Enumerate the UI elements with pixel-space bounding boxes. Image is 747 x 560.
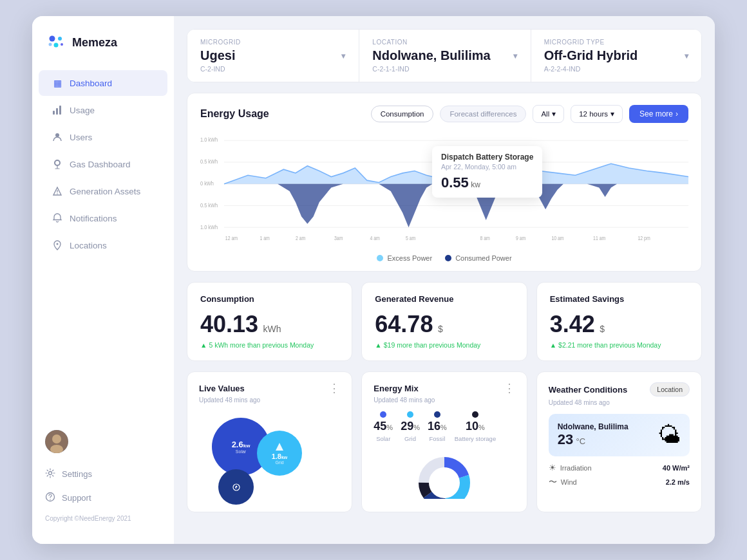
svg-text:2 am: 2 am (296, 236, 305, 242)
weather-header: Weather Conditions Location (549, 382, 690, 397)
sidebar-item-notifications[interactable]: Notifications (39, 205, 167, 231)
microgrid-sub: C-2-IND (200, 65, 345, 73)
fossil-lbl: Fossil (429, 435, 445, 442)
sidebar-bottom: Settings Support Copyright ©NeedEnergy 2… (32, 424, 174, 528)
circle-solar-label: Solar (236, 449, 246, 454)
bottom-row: Live Values ⋮ Updated 48 mins ago 2.6kw … (187, 371, 702, 512)
svg-rect-5 (53, 111, 55, 115)
tab-forecast[interactable]: Forecast differences (440, 106, 526, 122)
wind-row: 〜 Wind 2.2 m/s (549, 476, 690, 488)
circle-solar-value: 2.6kw (232, 440, 251, 449)
sidebar-item-dashboard[interactable]: ▦ Dashboard (39, 70, 167, 96)
energy-mix-header: Energy Mix ⋮ (374, 382, 515, 394)
location-badge-btn[interactable]: Location (650, 382, 690, 397)
sidebar-item-users[interactable]: Users (39, 124, 167, 150)
irradiation-icon: ☀ (549, 463, 556, 472)
fossil-dot (434, 411, 440, 418)
svg-point-1 (58, 37, 62, 41)
svg-text:0.5 kWh: 0.5 kWh (200, 159, 218, 165)
live-values-updated: Updated 48 mins ago (199, 397, 340, 404)
weather-stats: ☀ Irradiation 40 W/m² 〜 Wind 2.2 m/s (549, 463, 690, 488)
solar-dot (380, 411, 386, 418)
svg-text:8 am: 8 am (480, 236, 489, 242)
sidebar-item-label: Gas Dashboard (70, 160, 131, 169)
mix-grid: 29% Grid (401, 411, 420, 442)
weather-temp-area: 23 °C (558, 431, 629, 448)
temp-unit: °C (576, 436, 586, 446)
users-icon (52, 131, 63, 143)
sidebar-item-usage[interactable]: Usage (39, 97, 167, 123)
sidebar-item-label: Generation Assets (70, 187, 140, 196)
sidebar: Memeza ▦ Dashboard Usage Users (32, 16, 174, 544)
revenue-label: Generated Revenue (375, 294, 513, 304)
location-label: Location (372, 39, 516, 46)
circle-grid: 1.8kw Grid (257, 431, 302, 476)
locations-icon (52, 239, 63, 251)
energy-mix-title: Energy Mix (374, 384, 503, 393)
grid-pct: 29 (401, 420, 413, 433)
svg-text:0.5 kWh: 0.5 kWh (200, 202, 218, 209)
type-dropdown[interactable]: ▾ (685, 51, 688, 61)
weather-info: Ndolwane, Bulilima 23 °C (558, 422, 629, 448)
type-value: Off-Grid Hybrid ▾ (544, 48, 688, 63)
sidebar-item-label: Users (70, 133, 92, 142)
sidebar-item-locations[interactable]: Locations (39, 232, 167, 258)
logo-area: Memeza (32, 32, 174, 69)
sidebar-item-gas-dashboard[interactable]: Gas Dashboard (39, 151, 167, 177)
svg-text:4 am: 4 am (370, 236, 379, 242)
location-dropdown[interactable]: ▾ (513, 51, 517, 61)
irradiation-row: ☀ Irradiation 40 W/m² (549, 463, 690, 472)
weather-sun-icon: 🌤 (657, 422, 681, 449)
live-values-card: Live Values ⋮ Updated 48 mins ago 2.6kw … (187, 371, 352, 512)
solar-pct-area: 45% (374, 420, 393, 433)
consumed-dot (445, 255, 451, 261)
legend-consumed: Consumed Power (445, 254, 511, 262)
svg-point-14 (52, 434, 61, 443)
energy-chart: 1.0 kWh 0.5 kWh 0 kWh 0.5 kWh 1.0 kWh (200, 133, 688, 249)
svg-point-11 (57, 193, 58, 194)
revenue-value: 64.78 (375, 311, 433, 337)
svg-text:0 kWh: 0 kWh (200, 180, 214, 187)
see-more-button[interactable]: See more › (629, 105, 688, 123)
notifications-icon (52, 212, 63, 224)
header-type: Microgrid Type Off-Grid Hybrid ▾ A-2-2-4… (531, 30, 701, 82)
support-icon (45, 492, 55, 504)
time-dropdown-icon: ▾ (610, 109, 614, 118)
energy-chart-card: Energy Usage Consumption Forecast differ… (187, 93, 702, 272)
weather-location-name: Ndolwane, Bulilima (558, 422, 629, 431)
weather-updated: Updated 48 mins ago (549, 399, 690, 406)
header-microgrid: Microgrid Ugesi ▾ C-2-IND (187, 30, 358, 82)
settings-label: Settings (62, 469, 92, 479)
tab-consumption[interactable]: Consumption (371, 106, 434, 122)
savings-change: ▲ $2.21 more than previous Monday (550, 341, 688, 349)
location-sub: C-2-1-1-IND (372, 65, 516, 73)
chart-legend: Excess Power Consumed Power (200, 254, 688, 262)
svg-text:10 am: 10 am (551, 236, 563, 242)
wind-label: 〜 Wind (549, 476, 666, 488)
filter-all[interactable]: All ▾ (533, 105, 564, 123)
logo-text: Memeza (72, 36, 117, 50)
consumption-value: 40.13 (200, 311, 258, 337)
top-header: Microgrid Ugesi ▾ C-2-IND Location Ndolw… (187, 29, 702, 82)
chart-header: Energy Usage Consumption Forecast differ… (200, 105, 688, 123)
support-item[interactable]: Support (39, 486, 167, 510)
revenue-change: ▲ $19 more than previous Monday (375, 341, 513, 349)
sidebar-item-generation[interactable]: Generation Assets (39, 178, 167, 204)
support-label: Support (62, 493, 91, 503)
battery-dot (472, 411, 478, 418)
svg-text:12 pm: 12 pm (638, 236, 650, 242)
wind-icon: 〜 (549, 476, 557, 488)
settings-item[interactable]: Settings (39, 462, 167, 486)
svg-point-8 (55, 133, 59, 137)
energy-mix-more[interactable]: ⋮ (504, 382, 515, 394)
svg-point-3 (49, 43, 52, 46)
live-values-more[interactable]: ⋮ (328, 382, 340, 394)
microgrid-dropdown[interactable]: ▾ (341, 51, 345, 61)
svg-text:1 am: 1 am (260, 236, 269, 242)
energy-mix-items: 45% Solar 29% Grid 16% Fossil (374, 411, 515, 442)
live-values-header: Live Values ⋮ (199, 382, 340, 394)
weather-card: Weather Conditions Location Updated 48 m… (536, 371, 702, 512)
energy-mix-card: Energy Mix ⋮ Updated 48 mins ago 45% Sol… (361, 371, 527, 512)
time-range-select[interactable]: 12 hours ▾ (571, 105, 623, 123)
mix-fossil: 16% Fossil (428, 411, 447, 442)
